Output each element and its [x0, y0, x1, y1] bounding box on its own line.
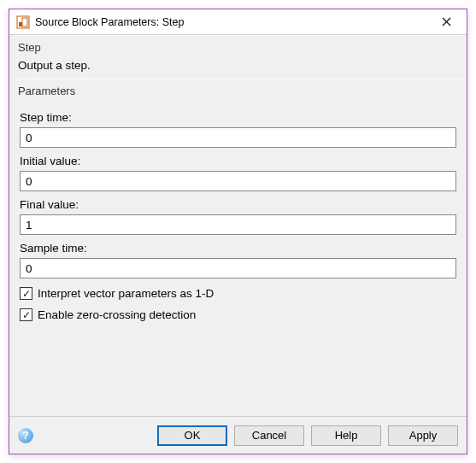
initial-value-input[interactable] [20, 171, 456, 191]
step-time-input[interactable] [20, 127, 456, 148]
block-name: Step [15, 36, 461, 57]
app-icon [16, 15, 30, 29]
zero-crossing-label: Enable zero-crossing detection [38, 308, 196, 321]
sample-time-label: Sample time: [20, 242, 456, 255]
svg-rect-1 [19, 22, 22, 26]
button-bar: ? OK Cancel Help Apply [9, 416, 467, 454]
block-description: Output a step. [15, 57, 461, 79]
dialog-window: Source Block Parameters: Step Step Outpu… [9, 9, 467, 454]
final-value-label: Final value: [20, 198, 456, 211]
interpret-vector-row: ✓ Interpret vector parameters as 1-D [20, 287, 456, 300]
zero-crossing-row: ✓ Enable zero-crossing detection [20, 308, 456, 321]
help-icon[interactable]: ? [18, 428, 33, 443]
final-value-input[interactable] [20, 214, 456, 235]
close-icon [442, 15, 451, 29]
check-icon: ✓ [22, 289, 31, 299]
help-button[interactable]: Help [311, 425, 381, 446]
close-button[interactable] [429, 9, 463, 35]
interpret-vector-checkbox[interactable]: ✓ [20, 287, 32, 300]
step-time-label: Step time: [20, 111, 456, 124]
parameters-group: Step time: Initial value: Final value: S… [15, 101, 461, 321]
initial-value-label: Initial value: [20, 155, 456, 167]
interpret-vector-label: Interpret vector parameters as 1-D [38, 287, 214, 300]
question-icon: ? [22, 430, 28, 442]
content-area: Step Output a step. Parameters Step time… [9, 35, 467, 416]
zero-crossing-checkbox[interactable]: ✓ [20, 308, 32, 321]
ok-button[interactable]: OK [157, 425, 227, 446]
apply-button[interactable]: Apply [388, 425, 458, 446]
parameters-label: Parameters [15, 79, 461, 101]
titlebar: Source Block Parameters: Step [9, 9, 467, 35]
cancel-button[interactable]: Cancel [234, 425, 304, 446]
check-icon: ✓ [22, 310, 31, 320]
window-title: Source Block Parameters: Step [35, 16, 429, 28]
sample-time-input[interactable] [20, 258, 456, 278]
